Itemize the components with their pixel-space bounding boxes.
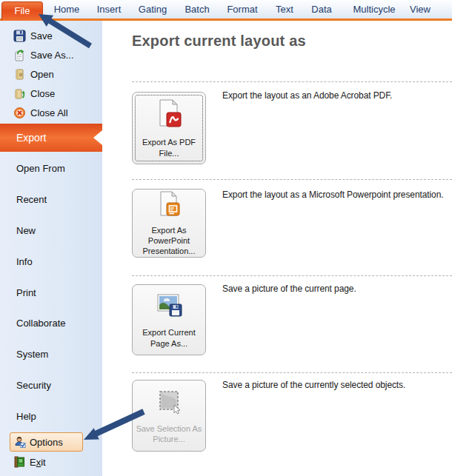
export-current-page-button[interactable]: Export Current Page As... bbox=[132, 284, 206, 355]
exit-door-icon bbox=[13, 456, 25, 468]
close-icon bbox=[13, 87, 26, 100]
dashed-separator bbox=[132, 275, 452, 276]
sidebar-item-system[interactable]: System bbox=[16, 347, 48, 362]
sidebar-item-security[interactable]: Security bbox=[16, 378, 51, 393]
dashed-separator bbox=[132, 179, 452, 180]
export-description: Export the layout as a Microsoft Powerpo… bbox=[222, 190, 443, 200]
powerpoint-file-icon bbox=[156, 190, 182, 221]
page-title: Export current layout as bbox=[132, 33, 306, 50]
menu-bar: Home Insert Gating Batch Format Text Dat… bbox=[0, 0, 452, 21]
sidebar-item-close-all[interactable]: Close All bbox=[13, 105, 68, 120]
close-all-icon bbox=[13, 107, 26, 119]
picture-save-icon bbox=[153, 291, 185, 324]
sidebar-item-new[interactable]: New bbox=[16, 224, 36, 238]
export-as-pdf-button[interactable]: Export As PDF File... bbox=[132, 92, 206, 164]
export-description: Export the layout as an Adobe Acrobat PD… bbox=[222, 90, 392, 101]
export-description: Save a picture of the currently selected… bbox=[222, 380, 405, 390]
sidebar-item-exit[interactable]: Exit bbox=[13, 455, 46, 469]
open-icon bbox=[13, 68, 26, 81]
tab-insert[interactable]: Insert bbox=[97, 0, 122, 19]
sidebar-item-label: Close All bbox=[30, 107, 68, 118]
button-label: Export As PDF File... bbox=[133, 137, 205, 158]
dashed-separator bbox=[132, 372, 452, 373]
sidebar-item-help[interactable]: Help bbox=[16, 409, 36, 424]
sidebar-item-open[interactable]: Open bbox=[13, 67, 54, 81]
sidebar-item-label: Open bbox=[30, 69, 54, 80]
sidebar-item-options[interactable]: Options bbox=[10, 432, 83, 452]
sidebar: Save Save As... Open Close Close All bbox=[0, 21, 102, 476]
sidebar-item-collaborate[interactable]: Collaborate bbox=[16, 316, 66, 331]
sidebar-item-label: Save bbox=[30, 30, 53, 41]
tab-gating[interactable]: Gating bbox=[139, 0, 167, 19]
sidebar-item-label: Exit bbox=[30, 457, 46, 468]
tab-home[interactable]: Home bbox=[54, 0, 80, 19]
sidebar-item-save[interactable]: Save bbox=[13, 28, 53, 43]
tab-multicycle[interactable]: Multicycle bbox=[353, 0, 395, 19]
active-item-arrow-notch bbox=[93, 130, 102, 145]
sidebar-item-close[interactable]: Close bbox=[13, 86, 55, 101]
tab-format[interactable]: Format bbox=[227, 0, 257, 19]
sidebar-item-open-from[interactable]: Open From bbox=[16, 161, 65, 176]
tab-view[interactable]: View bbox=[410, 0, 431, 19]
sidebar-item-label: Save As... bbox=[30, 50, 74, 61]
sidebar-item-save-as[interactable]: Save As... bbox=[13, 47, 74, 62]
save-icon bbox=[13, 30, 26, 42]
sidebar-item-info[interactable]: Info bbox=[16, 255, 33, 269]
dashed-separator bbox=[132, 81, 452, 82]
pdf-file-icon bbox=[154, 98, 184, 133]
tab-batch[interactable]: Batch bbox=[185, 0, 209, 19]
save-selection-as-picture-button: Save Selection As Picture... bbox=[132, 380, 206, 452]
application-window: Home Insert Gating Batch Format Text Dat… bbox=[0, 0, 452, 476]
export-description: Save a picture of the current page. bbox=[222, 284, 356, 294]
sidebar-item-print[interactable]: Print bbox=[16, 286, 36, 301]
sidebar-item-label: Options bbox=[30, 437, 63, 448]
tab-data[interactable]: Data bbox=[311, 0, 331, 19]
selection-marquee-icon bbox=[154, 387, 184, 420]
save-as-icon bbox=[13, 49, 26, 61]
tab-text[interactable]: Text bbox=[276, 0, 293, 19]
button-label: Save Selection As Picture... bbox=[133, 423, 205, 445]
button-label: Export Current Page As... bbox=[133, 327, 205, 349]
sidebar-item-recent[interactable]: Recent bbox=[16, 192, 47, 207]
button-label: Export As PowerPoint Presentation... bbox=[133, 225, 205, 257]
sidebar-item-label: Close bbox=[30, 88, 55, 99]
export-as-powerpoint-button[interactable]: Export As PowerPoint Presentation... bbox=[132, 189, 206, 258]
sidebar-item-export[interactable]: Export bbox=[0, 124, 102, 152]
options-person-icon bbox=[14, 436, 26, 448]
tab-file[interactable]: File bbox=[1, 1, 43, 21]
sidebar-item-label: Export bbox=[16, 132, 46, 144]
